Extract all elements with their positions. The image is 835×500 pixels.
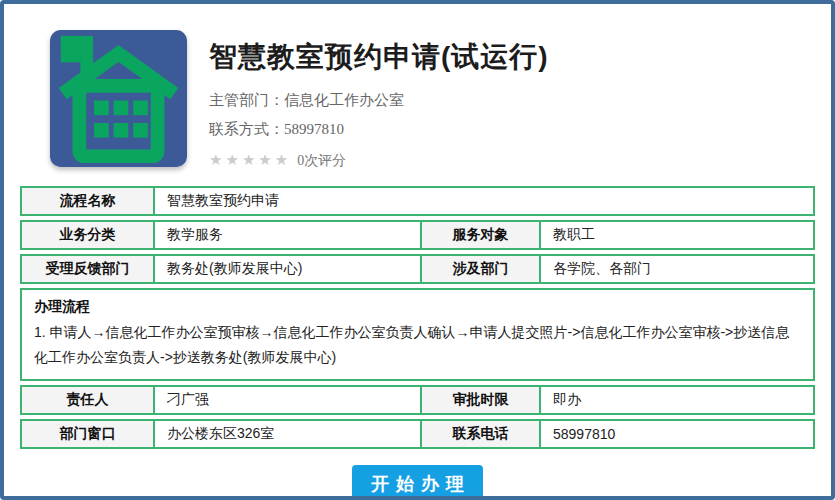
supervisor-dept-value: 信息化工作办公室 [284,92,404,108]
contact-line: 联系方式：58997810 [209,120,549,139]
label-feedback-dept: 受理反馈部门 [20,254,155,284]
label-dept-window: 部门窗口 [20,419,155,449]
service-header-info: 智慧教室预约申请(试运行) 主管部门：信息化工作办公室 联系方式：5899781… [209,30,549,170]
service-detail-card: 智慧教室预约申请(试运行) 主管部门：信息化工作办公室 联系方式：5899781… [0,0,835,500]
table-row-feedback-dept: 受理反馈部门 教务处(教师发展中心) 涉及部门 各学院、各部门 [20,254,815,284]
value-feedback-dept: 教务处(教师发展中心) [153,254,422,284]
process-flow-content: 1. 申请人→信息化工作办公室预审核→信息化工作办公室负责人确认→申请人提交照片… [34,320,801,370]
contact-label: 联系方式： [209,121,284,137]
page-title: 智慧教室预约申请(试运行) [209,38,549,76]
rating-stars-icon: ★★★★★ [209,151,291,168]
smart-classroom-app-icon [50,30,187,167]
supervisor-dept-label: 主管部门： [209,92,284,108]
label-approval-time-limit: 审批时限 [420,385,541,415]
process-flow-title: 办理流程 [34,298,801,316]
value-approval-time-limit: 即办 [539,385,815,415]
table-row-category: 业务分类 教学服务 服务对象 教职工 [20,220,815,250]
service-header: 智慧教室预约申请(试运行) 主管部门：信息化工作办公室 联系方式：5899781… [4,4,831,170]
value-responsible-person: 刁广强 [153,385,422,415]
value-involved-dept: 各学院、各部门 [539,254,815,284]
label-contact-phone: 联系电话 [420,419,541,449]
value-dept-window: 办公楼东区326室 [153,419,422,449]
label-business-category: 业务分类 [20,220,155,250]
start-process-button[interactable]: 开始办理 [352,465,483,500]
service-info-table: 流程名称 智慧教室预约申请 业务分类 教学服务 服务对象 教职工 受理反馈部门 … [20,186,815,449]
supervisor-dept-line: 主管部门：信息化工作办公室 [209,91,549,110]
value-process-name: 智慧教室预约申请 [153,186,815,216]
rating-line: ★★★★★0次评分 [209,151,549,170]
table-row-office-window: 部门窗口 办公楼东区326室 联系电话 58997810 [20,419,815,449]
table-row-process-name: 流程名称 智慧教室预约申请 [20,186,815,216]
value-contact-phone: 58997810 [539,419,815,449]
process-flow-box: 办理流程 1. 申请人→信息化工作办公室预审核→信息化工作办公室负责人确认→申请… [20,288,815,381]
value-service-target: 教职工 [539,220,815,250]
rating-count: 0次评分 [297,153,346,168]
value-business-category: 教学服务 [153,220,422,250]
contact-value: 58997810 [284,121,344,137]
label-service-target: 服务对象 [420,220,541,250]
house-icon [50,30,187,167]
label-involved-dept: 涉及部门 [420,254,541,284]
label-responsible-person: 责任人 [20,385,155,415]
label-process-name: 流程名称 [20,186,155,216]
table-row-responsible: 责任人 刁广强 审批时限 即办 [20,385,815,415]
